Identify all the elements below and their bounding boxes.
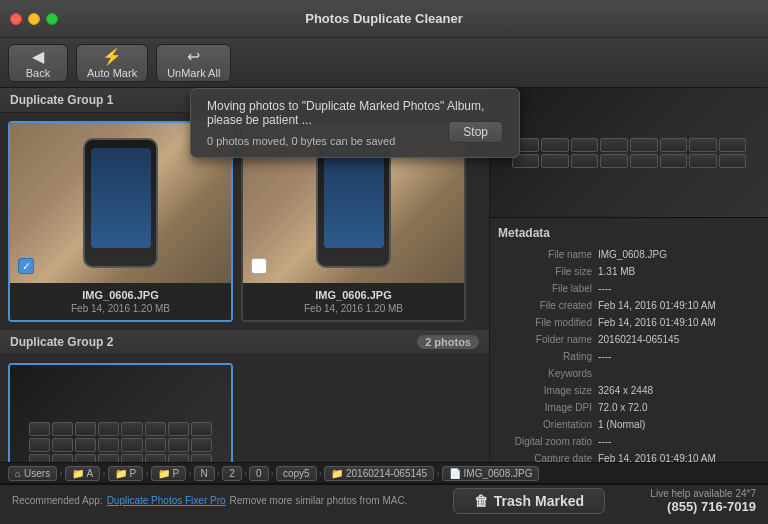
key (98, 422, 119, 436)
preview-area (490, 88, 768, 218)
photo-checkbox[interactable]: ✓ (18, 258, 34, 274)
metadata-folder-name: Folder name 20160214-065145 (498, 331, 760, 348)
key (145, 454, 166, 462)
key (121, 438, 142, 452)
folder-icon: 📁 (331, 468, 343, 479)
breadcrumb-sep: › (217, 468, 220, 479)
folder-icon: 📁 (72, 468, 84, 479)
metadata-keywords: Keywords (498, 365, 760, 382)
metadata-digital-zoom: Digital zoom ratio ---- (498, 433, 760, 450)
key (29, 438, 50, 452)
app-title: Photos Duplicate Cleaner (305, 11, 462, 26)
breadcrumb-sep: › (436, 468, 439, 479)
breadcrumb-copy5[interactable]: copy5 (276, 466, 317, 481)
progress-banner: Moving photos to "Duplicate Marked Photo… (190, 88, 520, 158)
photo-checkbox[interactable] (251, 258, 267, 274)
breadcrumb-sep: › (188, 468, 191, 479)
unmark-all-button[interactable]: ↩ UnMark All (156, 44, 231, 82)
key (191, 454, 212, 462)
photo-info: IMG_0606.JPG Feb 14, 2016 1.20 MB (10, 283, 231, 320)
breadcrumb-sep: › (59, 468, 62, 479)
close-button[interactable] (10, 13, 22, 25)
maximize-button[interactable] (46, 13, 58, 25)
key (121, 454, 142, 462)
trash-icon: 🗑 (474, 493, 488, 509)
metadata-orientation: Orientation 1 (Normal) (498, 416, 760, 433)
title-bar: Photos Duplicate Cleaner (0, 0, 768, 38)
key (145, 422, 166, 436)
bottom-bar: Recommended App: Duplicate Photos Fixer … (0, 484, 768, 516)
key (168, 438, 189, 452)
minimize-button[interactable] (28, 13, 40, 25)
key (75, 422, 96, 436)
folder-icon: 📁 (158, 468, 170, 479)
window-controls (10, 13, 58, 25)
key (145, 438, 166, 452)
key (541, 154, 569, 168)
photo-info: IMG_0606.JPG Feb 14, 2016 1.20 MB (243, 283, 464, 320)
key (689, 154, 717, 168)
progress-stats: 0 photos moved, 0 bytes can be saved (207, 135, 395, 147)
breadcrumb: ⌂ Users › 📁 A › 📁 P › 📁 P › N › 2 › 0 › … (0, 462, 768, 484)
phone-screen (324, 148, 384, 248)
preview-image (490, 88, 768, 217)
breadcrumb-users[interactable]: ⌂ Users (8, 466, 57, 481)
breadcrumb-file[interactable]: 📄 IMG_0608.JPG (442, 466, 540, 481)
breadcrumb-p2[interactable]: 📁 P (151, 466, 187, 481)
checkbox-unchecked-icon[interactable] (251, 258, 267, 274)
unmark-icon: ↩ (187, 47, 200, 66)
key (630, 154, 658, 168)
phone-number: (855) 716-7019 (667, 499, 756, 514)
key (689, 138, 717, 152)
auto-mark-icon: ⚡ (102, 47, 122, 66)
metadata-capture-date: Capture date Feb 14, 2016 01:49:10 AM (498, 450, 760, 462)
key (75, 454, 96, 462)
key (191, 422, 212, 436)
key (98, 438, 119, 452)
metadata-rating: Rating ---- (498, 348, 760, 365)
right-panel: Metadata File name IMG_0608.JPG File siz… (490, 88, 768, 462)
stop-button[interactable]: Stop (448, 121, 503, 143)
breadcrumb-a[interactable]: 📁 A (65, 466, 101, 481)
trash-label: Trash Marked (494, 493, 584, 509)
file-icon: 📄 (449, 468, 461, 479)
key (98, 454, 119, 462)
breadcrumb-2[interactable]: 2 (222, 466, 242, 481)
key (660, 138, 688, 152)
breadcrumb-folder-date[interactable]: 📁 20160214-065145 (324, 466, 434, 481)
breadcrumb-sep: › (319, 468, 322, 479)
metadata-title: Metadata (498, 226, 760, 240)
metadata-file-created: File created Feb 14, 2016 01:49:10 AM (498, 297, 760, 314)
key (719, 138, 747, 152)
auto-mark-button[interactable]: ⚡ Auto Mark (76, 44, 148, 82)
back-button[interactable]: ◀ Back (8, 44, 68, 82)
metadata-file-modified: File modified Feb 14, 2016 01:49:10 AM (498, 314, 760, 331)
phone-screen (91, 148, 151, 248)
folder-icon: 📁 (115, 468, 127, 479)
photo-item[interactable]: IMG_0608.JPG Feb 14, 2016 1.31 MB (8, 363, 233, 462)
key (75, 438, 96, 452)
metadata-file-size: File size 1.31 MB (498, 263, 760, 280)
breadcrumb-p1[interactable]: 📁 P (108, 466, 144, 481)
key (630, 138, 658, 152)
metadata-image-dpi: Image DPI 72.0 x 72.0 (498, 399, 760, 416)
trash-marked-button[interactable]: 🗑 Trash Marked (453, 488, 605, 514)
breadcrumb-sep: › (271, 468, 274, 479)
key (52, 438, 73, 452)
keyboard-image (10, 365, 231, 462)
duplicate-fixer-link[interactable]: Duplicate Photos Fixer Pro (107, 495, 226, 506)
key (168, 454, 189, 462)
keyboard-keys (21, 414, 220, 462)
key (719, 154, 747, 168)
key (52, 454, 73, 462)
bottom-left: Recommended App: Duplicate Photos Fixer … (12, 495, 407, 506)
photo-thumbnail (10, 365, 231, 462)
key (571, 138, 599, 152)
breadcrumb-0[interactable]: 0 (249, 466, 269, 481)
key (29, 422, 50, 436)
checkbox-checked-icon[interactable]: ✓ (18, 258, 34, 274)
breadcrumb-n[interactable]: N (194, 466, 215, 481)
key (571, 154, 599, 168)
key (121, 422, 142, 436)
breadcrumb-sep: › (145, 468, 148, 479)
